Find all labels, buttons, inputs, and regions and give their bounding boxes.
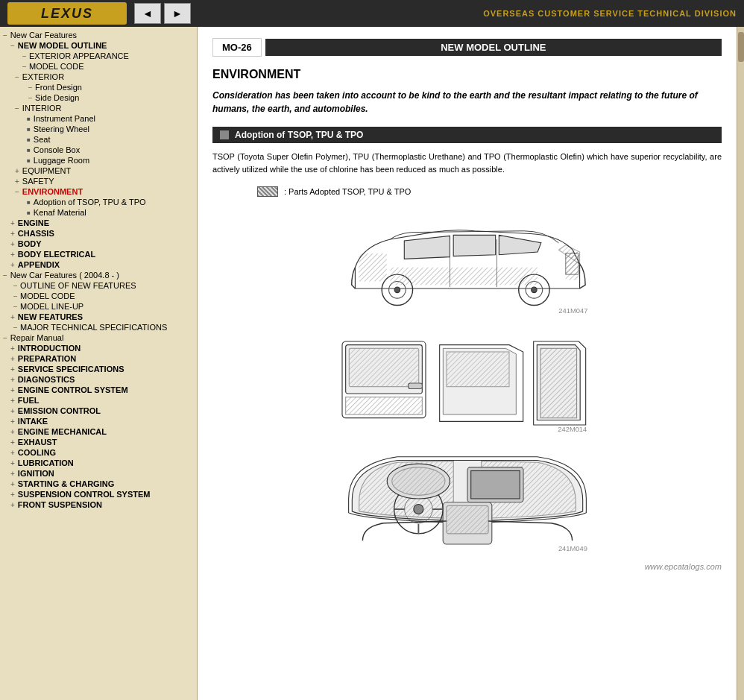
plus-icon (10, 438, 15, 447)
sidebar-item-front-design[interactable]: – Front Design (0, 82, 197, 92)
svg-rect-20 (447, 352, 509, 387)
dash-icon: – (13, 303, 17, 310)
sidebar-item-introduction[interactable]: INTRODUCTION (0, 343, 197, 353)
sidebar-label: MODEL LINE-UP (20, 302, 83, 311)
svg-point-2 (394, 287, 400, 293)
sidebar-item-repair-manual[interactable]: Repair Manual (0, 332, 197, 343)
sidebar-item-equipment[interactable]: EQUIPMENT (0, 165, 197, 176)
sidebar-item-adoption-tsop[interactable]: ■ Adoption of TSOP, TPU & TPO (0, 197, 197, 207)
sidebar-item-new-features[interactable]: NEW FEATURES (0, 312, 197, 322)
dash-icon: – (28, 83, 32, 91)
sidebar-item-model-code[interactable]: – MODEL CODE (0, 61, 197, 72)
scrollbar-thumb[interactable] (738, 32, 744, 62)
sidebar-label: INTERIOR (22, 104, 62, 113)
plus-icon (10, 490, 15, 499)
svg-rect-25 (446, 505, 488, 534)
plus-icon (10, 427, 15, 436)
sidebar-item-luggage-room[interactable]: ■ Luggage Room (0, 155, 197, 165)
plus-icon (10, 229, 15, 238)
lexus-logo: LEXUS (7, 2, 127, 25)
sidebar-label: Steering Wheel (34, 124, 89, 133)
sidebar-item-side-design[interactable]: – Side Design (0, 92, 197, 103)
minus-icon (15, 187, 19, 196)
sidebar-item-safety[interactable]: SAFETY (0, 176, 197, 186)
plus-icon (10, 344, 15, 353)
sidebar-label: SUSPENSION CONTROL SYSTEM (18, 490, 151, 499)
svg-rect-21 (540, 348, 577, 417)
minus-icon (3, 333, 7, 342)
sidebar-item-model-lineup[interactable]: – MODEL LINE-UP (0, 301, 197, 312)
sidebar-label: CHASSIS (18, 229, 54, 238)
svg-point-5 (531, 287, 537, 293)
sidebar-item-seat[interactable]: ■ Seat (0, 134, 197, 145)
sidebar-item-outline-new-features[interactable]: – OUTLINE OF NEW FEATURES (0, 280, 197, 291)
sidebar-item-suspension-control[interactable]: SUSPENSION CONTROL SYSTEM (0, 489, 197, 499)
sidebar-label: EXTERIOR (22, 72, 64, 81)
dash-icon: – (13, 282, 17, 289)
sidebar-item-exterior[interactable]: EXTERIOR (0, 72, 197, 82)
logo-area: LEXUS ◄ ► (7, 2, 191, 25)
sidebar-label: SAFETY (22, 177, 54, 186)
sidebar-item-exhaust[interactable]: EXHAUST (0, 437, 197, 447)
sidebar-item-body-electrical[interactable]: BODY ELECTRICAL (0, 249, 197, 259)
sidebar-item-service-specifications[interactable]: SERVICE SPECIFICATIONS (0, 364, 197, 374)
sidebar-item-cooling[interactable]: COOLING (0, 447, 197, 458)
sidebar-item-body[interactable]: BODY (0, 239, 197, 249)
sidebar-item-instrument-panel[interactable]: ■ Instrument Panel (0, 113, 197, 124)
nav-back-button[interactable]: ◄ (134, 3, 161, 24)
plus-icon (10, 239, 15, 248)
sidebar-item-environment[interactable]: ENVIRONMENT (0, 186, 197, 197)
svg-text:241M049: 241M049 (558, 545, 587, 552)
sidebar-item-engine-control-system[interactable]: ENGINE CONTROL SYSTEM (0, 385, 197, 395)
sidebar-label: ENVIRONMENT (22, 187, 83, 196)
plus-icon (10, 396, 15, 405)
svg-rect-36 (470, 471, 520, 499)
sidebar-label: Kenaf Material (34, 208, 86, 217)
minus-icon (3, 271, 7, 280)
sidebar-item-exterior-appearance[interactable]: – EXTERIOR APPEARANCE (0, 51, 197, 61)
main-area: New Car Features NEW MODEL OUTLINE – EXT… (0, 27, 744, 700)
dot-icon: ■ (27, 157, 31, 164)
sidebar-item-chassis[interactable]: CHASSIS (0, 228, 197, 239)
sidebar-item-new-car-features-2004[interactable]: New Car Features ( 2004.8 - ) (0, 270, 197, 280)
sidebar-item-appendix[interactable]: APPENDIX (0, 259, 197, 270)
plus-icon (15, 177, 19, 186)
minus-icon (15, 72, 19, 81)
svg-point-28 (413, 505, 423, 514)
sidebar-item-new-car-features[interactable]: New Car Features (0, 30, 197, 40)
svg-rect-19 (345, 397, 422, 414)
nav-forward-button[interactable]: ► (164, 3, 191, 24)
sidebar-item-fuel[interactable]: FUEL (0, 395, 197, 406)
sidebar-label: INTAKE (18, 417, 48, 426)
sidebar-label: NEW MODEL OUTLINE (18, 41, 107, 50)
sidebar-label: LUBRICATION (18, 458, 74, 467)
sidebar-item-kenaf-material[interactable]: ■ Kenaf Material (0, 207, 197, 218)
page-header: MO-26 NEW MODEL OUTLINE (212, 38, 722, 57)
sidebar-item-preparation[interactable]: PREPARATION (0, 353, 197, 364)
dot-icon: ■ (27, 126, 31, 133)
sidebar-item-console-box[interactable]: ■ Console Box (0, 145, 197, 155)
logo-text: LEXUS (41, 6, 93, 22)
dash-icon: – (13, 324, 17, 331)
sidebar-item-engine-mechanical[interactable]: ENGINE MECHANICAL (0, 426, 197, 437)
sidebar-label: BODY (18, 239, 42, 248)
svg-rect-7 (359, 253, 387, 282)
sidebar-item-diagnostics[interactable]: DIAGNOSTICS (0, 374, 197, 385)
sidebar-label: Repair Manual (10, 333, 64, 342)
sidebar-item-engine[interactable]: ENGINE (0, 218, 197, 228)
sidebar-item-intake[interactable]: INTAKE (0, 416, 197, 426)
sidebar-item-emission-control[interactable]: EMISSION CONTROL (0, 406, 197, 416)
sidebar-item-steering-wheel[interactable]: ■ Steering Wheel (0, 124, 197, 134)
sidebar-label: EMISSION CONTROL (18, 406, 101, 415)
sidebar-item-ignition[interactable]: IGNITION (0, 468, 197, 479)
sidebar-item-major-technical-specs[interactable]: – MAJOR TECHNICAL SPECIFICATIONS (0, 322, 197, 332)
sidebar-label: Console Box (34, 145, 80, 154)
sidebar-item-starting-charging[interactable]: STARTING & CHARGING (0, 479, 197, 489)
sidebar-item-new-model-outline[interactable]: NEW MODEL OUTLINE (0, 40, 197, 51)
sidebar-item-interior[interactable]: INTERIOR (0, 103, 197, 113)
scrollbar-track[interactable] (737, 27, 744, 700)
sidebar-item-front-suspension[interactable]: FRONT SUSPENSION (0, 499, 197, 510)
svg-text:242M014: 242M014 (558, 426, 587, 433)
sidebar-item-model-code-2004[interactable]: – MODEL CODE (0, 291, 197, 301)
sidebar-item-lubrication[interactable]: LUBRICATION (0, 458, 197, 468)
